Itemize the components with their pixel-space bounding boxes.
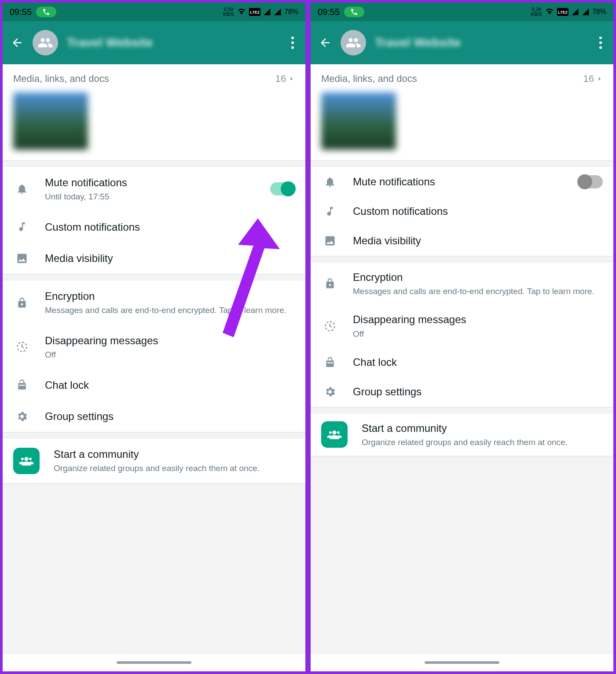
signal-icon-2 [274, 8, 282, 16]
bell-icon [321, 176, 339, 188]
more-options-icon[interactable] [288, 33, 297, 52]
app-header: Travel Website [3, 21, 305, 64]
lock-open-icon [321, 357, 339, 368]
media-thumbnail[interactable] [321, 92, 396, 150]
wifi-icon [237, 8, 246, 16]
call-indicator[interactable] [36, 7, 56, 17]
more-options-icon[interactable] [596, 33, 605, 52]
custom-title: Custom notifications [45, 220, 295, 234]
battery-text: 78% [592, 8, 606, 16]
community-sub: Organize related groups and easily reach… [54, 463, 295, 474]
chat-lock-row[interactable]: Chat lock [311, 347, 613, 377]
encryption-title: Encryption [45, 289, 295, 303]
media-links-docs-row[interactable]: Media, links, and docs 16 [3, 64, 305, 88]
media-visibility-row[interactable]: Media visibility [3, 243, 305, 274]
music-note-icon [13, 221, 31, 232]
encryption-sub: Messages and calls are end-to-end encryp… [45, 305, 295, 316]
disappearing-messages-row[interactable]: Disappearing messages Off [311, 305, 613, 347]
timer-icon [321, 320, 339, 332]
media-count: 16 [583, 73, 594, 85]
media-label: Media, links, and docs [321, 73, 417, 85]
svg-text:LTE2: LTE2 [558, 10, 567, 15]
image-icon [321, 235, 339, 247]
chatlock-title: Chat lock [45, 378, 295, 392]
start-community-row[interactable]: Start a community Organize related group… [3, 438, 305, 483]
mute-title: Mute notifications [45, 176, 256, 189]
mute-toggle[interactable] [270, 182, 295, 195]
disappearing-title: Disappearing messages [45, 334, 295, 347]
gear-icon [13, 410, 31, 423]
visibility-title: Media visibility [353, 234, 603, 247]
music-note-icon [321, 206, 339, 217]
disappearing-sub: Off [353, 328, 603, 340]
signal-icon-1 [571, 8, 579, 16]
image-icon [13, 252, 31, 265]
lock-icon [13, 297, 31, 309]
encryption-row[interactable]: Encryption Messages and calls are end-to… [311, 262, 613, 305]
signal-icon-2 [582, 8, 590, 16]
status-time: 09:55 [10, 7, 32, 17]
app-header: Travel Website [311, 21, 613, 64]
custom-notifications-row[interactable]: Custom notifications [3, 211, 305, 243]
mute-toggle[interactable] [578, 175, 603, 188]
wifi-icon [545, 8, 554, 16]
timer-icon [13, 341, 31, 353]
community-icon [321, 421, 348, 448]
community-sub: Organize related groups and easily reach… [362, 437, 603, 448]
group-avatar[interactable] [341, 30, 366, 55]
group-settings-row[interactable]: Group settings [311, 377, 613, 406]
group-avatar[interactable] [33, 30, 58, 55]
media-label: Media, links, and docs [13, 73, 109, 85]
group-settings-row[interactable]: Group settings [3, 401, 305, 432]
community-title: Start a community [54, 447, 295, 461]
volte-icon: LTE2 [249, 8, 260, 16]
custom-notifications-row[interactable]: Custom notifications [311, 196, 613, 226]
encryption-sub: Messages and calls are end-to-end encryp… [353, 286, 603, 297]
signal-icon-1 [263, 8, 271, 16]
media-count: 16 [275, 73, 286, 85]
chat-title[interactable]: Travel Website [67, 36, 279, 50]
encryption-title: Encryption [353, 270, 603, 284]
call-indicator[interactable] [344, 7, 364, 17]
back-icon[interactable] [11, 36, 24, 49]
chatlock-title: Chat lock [353, 355, 603, 369]
encryption-row[interactable]: Encryption Messages and calls are end-to… [3, 280, 305, 325]
volte-icon: LTE2 [557, 8, 568, 16]
bell-icon [13, 183, 31, 195]
nav-handle[interactable] [311, 654, 613, 671]
groupsettings-title: Group settings [45, 409, 295, 423]
status-bar: 09:55 0.59KB/S LTE2 78% [3, 3, 305, 21]
battery-text: 78% [284, 8, 298, 16]
chevron-right-icon [597, 74, 603, 83]
disappearing-messages-row[interactable]: Disappearing messages Off [3, 325, 305, 369]
media-thumbnail[interactable] [13, 92, 88, 150]
status-bar: 09:55 0.28KB/S LTE2 78% [311, 3, 613, 21]
net-speed: 0.59KB/S [223, 7, 234, 17]
phone-left: 09:55 0.59KB/S LTE2 78% Travel Website M… [0, 0, 308, 674]
net-speed: 0.28KB/S [531, 7, 542, 17]
community-title: Start a community [362, 421, 603, 435]
chat-lock-row[interactable]: Chat lock [3, 369, 305, 401]
mute-notifications-row[interactable]: Mute notifications [311, 167, 613, 196]
media-visibility-row[interactable]: Media visibility [311, 226, 613, 255]
visibility-title: Media visibility [45, 251, 295, 265]
chevron-right-icon [289, 74, 295, 83]
disappearing-title: Disappearing messages [353, 313, 603, 326]
mute-title: Mute notifications [353, 175, 564, 188]
media-links-docs-row[interactable]: Media, links, and docs 16 [311, 64, 613, 88]
svg-text:LTE2: LTE2 [250, 10, 259, 15]
disappearing-sub: Off [45, 349, 295, 361]
lock-open-icon [13, 379, 31, 390]
groupsettings-title: Group settings [353, 385, 603, 398]
status-time: 09:55 [318, 7, 340, 17]
lock-icon [321, 278, 339, 289]
phone-right: 09:55 0.28KB/S LTE2 78% Travel Website M… [308, 0, 616, 674]
chat-title[interactable]: Travel Website [375, 36, 587, 50]
gear-icon [321, 386, 339, 398]
start-community-row[interactable]: Start a community Organize related group… [311, 413, 613, 456]
back-icon[interactable] [319, 36, 332, 49]
custom-title: Custom notifications [353, 204, 603, 218]
nav-handle[interactable] [3, 654, 305, 671]
mute-notifications-row[interactable]: Mute notifications Until today, 17:55 [3, 167, 305, 211]
community-icon [13, 448, 40, 474]
